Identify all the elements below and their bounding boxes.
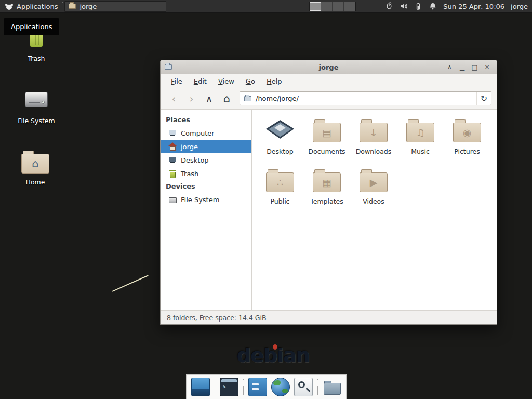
file-item-documents[interactable]: ▤ Documents bbox=[303, 116, 350, 166]
file-item-videos[interactable]: ▶ Videos bbox=[350, 166, 397, 216]
dock-launcher-appfinder[interactable] bbox=[294, 378, 313, 396]
file-label: Public bbox=[271, 197, 290, 205]
menu-help[interactable]: Help bbox=[261, 76, 287, 87]
up-button[interactable]: ∧ bbox=[201, 91, 217, 106]
sidebar-item-trash[interactable]: Trash bbox=[161, 167, 251, 180]
file-label: Documents bbox=[308, 148, 345, 155]
sidebar-item-jorge[interactable]: jorge bbox=[161, 140, 251, 153]
sidebar-item-computer[interactable]: Computer bbox=[161, 126, 251, 140]
battery-icon[interactable] bbox=[414, 2, 422, 10]
shade-button[interactable]: ∧ bbox=[444, 62, 455, 73]
magnifier-icon bbox=[298, 381, 305, 388]
file-label: Videos bbox=[363, 197, 384, 205]
desktop-icon-label: File System bbox=[18, 117, 55, 125]
desktop-folder-icon bbox=[265, 118, 295, 142]
workspace-3[interactable] bbox=[332, 2, 344, 11]
folder-icon: ↓ bbox=[360, 123, 388, 142]
close-button[interactable]: × bbox=[482, 62, 493, 73]
menu-view[interactable]: View bbox=[213, 76, 240, 87]
videos-emblem-icon: ▶ bbox=[360, 173, 387, 192]
applications-tooltip: Applications bbox=[4, 18, 59, 35]
reload-button[interactable]: ↻ bbox=[476, 92, 491, 105]
dock-launcher-terminal[interactable] bbox=[220, 378, 238, 396]
home-button[interactable]: ⌂ bbox=[219, 91, 235, 106]
dock-launcher-filemanager[interactable] bbox=[323, 378, 341, 396]
drive-icon bbox=[24, 87, 49, 112]
desktop-icon-filesystem[interactable]: File System bbox=[12, 87, 61, 125]
window-titlebar[interactable]: jorge ∧ ▁ □ × bbox=[161, 60, 497, 74]
statusbar: 8 folders, Free space: 14.4 GiB bbox=[161, 310, 497, 324]
file-label: Music bbox=[411, 148, 430, 155]
workspace-pager bbox=[309, 2, 356, 11]
folder-icon: ♫ bbox=[406, 123, 434, 142]
menu-edit[interactable]: Edit bbox=[189, 76, 212, 87]
desktop-icon bbox=[168, 156, 177, 164]
volume-icon[interactable] bbox=[400, 2, 408, 10]
sidebar-item-desktop[interactable]: Desktop bbox=[161, 153, 251, 167]
folder-icon: ▦ bbox=[313, 172, 341, 192]
back-button[interactable]: ‹ bbox=[166, 91, 182, 106]
sidebar-item-filesystem[interactable]: File System bbox=[161, 193, 251, 206]
folder-icon: ▤ bbox=[313, 123, 341, 142]
sidebar-item-label: Desktop bbox=[181, 156, 209, 164]
file-label: Pictures bbox=[454, 148, 480, 155]
taskbar-window-label: jorge bbox=[79, 3, 97, 10]
file-item-downloads[interactable]: ↓ Downloads bbox=[350, 116, 397, 166]
applications-menu-button[interactable]: Applications bbox=[0, 0, 62, 12]
sidebar-item-label: jorge bbox=[181, 143, 198, 151]
folder-icon bbox=[244, 96, 251, 101]
minimize-button[interactable]: ▁ bbox=[457, 62, 468, 73]
dock-launcher-browser[interactable] bbox=[271, 378, 290, 396]
sidebar-item-label: Computer bbox=[181, 129, 215, 137]
address-bar[interactable]: /home/jorge/ ↻ bbox=[240, 91, 491, 105]
mouse-device-icon[interactable] bbox=[385, 2, 393, 10]
tooltip-text: Applications bbox=[11, 23, 52, 31]
folder-icon: ▶ bbox=[360, 172, 388, 192]
desktop-icon-home[interactable]: ⌂ Home bbox=[11, 150, 60, 186]
menu-go[interactable]: Go bbox=[241, 76, 260, 87]
debian-logo: debian bbox=[237, 344, 310, 367]
pictures-emblem-icon: ◉ bbox=[454, 123, 481, 142]
window-controls: ∧ ▁ □ × bbox=[444, 62, 493, 73]
folder-icon bbox=[69, 4, 76, 9]
address-text[interactable]: /home/jorge/ bbox=[256, 95, 472, 102]
file-item-templates[interactable]: ▦ Templates bbox=[303, 166, 350, 216]
desktop: Applications jorge bbox=[0, 0, 532, 399]
window-body: Places Computer jorge Desktop Trash bbox=[161, 110, 497, 310]
user-menu[interactable]: jorge bbox=[511, 3, 528, 10]
trash-icon bbox=[168, 169, 177, 178]
dock-separator bbox=[317, 379, 318, 395]
dock-panel bbox=[186, 374, 347, 399]
home-folder-icon: ⌂ bbox=[21, 154, 49, 174]
file-item-music[interactable]: ♫ Music bbox=[397, 116, 444, 166]
dock-launcher-desktop[interactable] bbox=[191, 378, 210, 396]
panel-separator bbox=[62, 2, 63, 10]
taskbar-window-button[interactable]: jorge bbox=[64, 1, 166, 12]
xfce-logo-icon bbox=[5, 3, 14, 10]
downloads-emblem-icon: ↓ bbox=[360, 123, 387, 142]
file-item-desktop[interactable]: Desktop bbox=[257, 116, 303, 166]
sidebar-item-label: Trash bbox=[181, 170, 198, 178]
home-icon bbox=[168, 142, 177, 151]
menu-file[interactable]: File bbox=[166, 76, 188, 87]
documents-emblem-icon: ▤ bbox=[313, 123, 340, 142]
file-item-public[interactable]: ∴ Public bbox=[257, 166, 303, 216]
notifications-bell-icon[interactable] bbox=[429, 2, 437, 10]
folder-icon: ∴ bbox=[266, 172, 294, 192]
drive-icon bbox=[168, 195, 177, 204]
workspace-4[interactable] bbox=[344, 2, 355, 11]
dock-launcher-panel[interactable] bbox=[248, 378, 267, 396]
toolbar: ‹ › ∧ ⌂ /home/jorge/ ↻ bbox=[161, 88, 497, 110]
clock[interactable]: Sun 25 Apr, 10:06 bbox=[443, 3, 504, 10]
sidebar-item-label: File System bbox=[181, 196, 219, 204]
workspace-2[interactable] bbox=[321, 2, 332, 11]
devices-header: Devices bbox=[161, 180, 251, 193]
workspace-1[interactable] bbox=[310, 2, 321, 11]
status-text: 8 folders, Free space: 14.4 GiB bbox=[167, 314, 267, 322]
places-header: Places bbox=[161, 114, 251, 126]
forward-button[interactable]: › bbox=[183, 91, 200, 106]
maximize-button[interactable]: □ bbox=[469, 62, 480, 73]
applications-label: Applications bbox=[17, 3, 58, 10]
dock-separator bbox=[243, 379, 244, 395]
file-item-pictures[interactable]: ◉ Pictures bbox=[444, 116, 490, 166]
